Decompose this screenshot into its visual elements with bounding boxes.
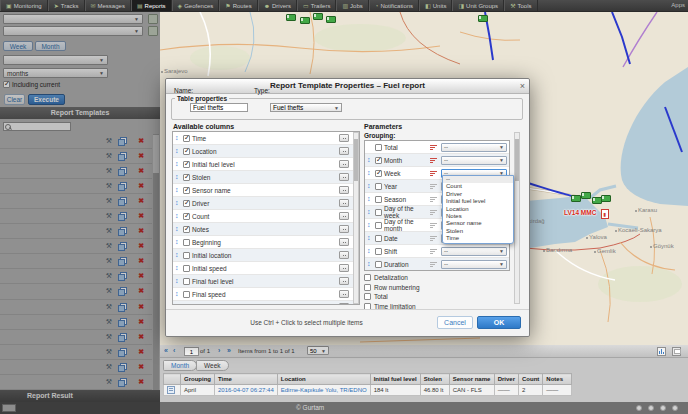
- available-column-row[interactable]: ↕ Initial location: [173, 249, 359, 262]
- dropdown-option[interactable]: Count: [443, 183, 513, 190]
- dropdown-option[interactable]: Driver: [443, 191, 513, 198]
- column-checkbox[interactable]: [183, 200, 190, 207]
- grouping-checkbox[interactable]: [375, 157, 382, 164]
- prev-page-button[interactable]: ‹: [173, 346, 175, 356]
- move-updown-icon[interactable]: ↕: [175, 212, 181, 220]
- nav-tab[interactable]: ⚑ Routes: [219, 0, 257, 11]
- nav-tab[interactable]: ▥ Jobs: [336, 0, 368, 11]
- interval-tab-month[interactable]: Month: [35, 41, 66, 51]
- interval-tab-week[interactable]: Week: [3, 41, 33, 51]
- wrench-icon[interactable]: ⚒: [106, 197, 112, 205]
- copy-icon[interactable]: [118, 333, 127, 342]
- copy-icon[interactable]: [118, 227, 127, 236]
- delete-icon[interactable]: ✖: [138, 212, 144, 220]
- grouping-checkbox[interactable]: [375, 183, 382, 190]
- move-updown-icon[interactable]: ↕: [175, 147, 181, 155]
- move-updown-icon[interactable]: ↕: [367, 260, 373, 268]
- template-select[interactable]: ▼: [3, 14, 143, 24]
- result-column-header[interactable]: Notes: [543, 374, 572, 385]
- move-updown-icon[interactable]: ↕: [367, 195, 373, 203]
- copy-icon[interactable]: [118, 287, 127, 296]
- delete-icon[interactable]: ✖: [138, 318, 144, 326]
- footer-icon-1[interactable]: [636, 405, 642, 411]
- column-checkbox[interactable]: [183, 161, 190, 168]
- move-updown-icon[interactable]: ↕: [367, 221, 373, 229]
- available-column-row[interactable]: ↕ Initial speed: [173, 262, 359, 275]
- chart-icon[interactable]: [657, 347, 666, 356]
- template-row[interactable]: ⚒ ✖: [0, 269, 152, 284]
- move-updown-icon[interactable]: ↕: [367, 208, 373, 216]
- truck-marker-icon[interactable]: [581, 192, 591, 199]
- column-checkbox[interactable]: [183, 148, 190, 155]
- grouping-row[interactable]: ↕ Month --▼: [365, 154, 509, 167]
- available-column-row[interactable]: ↕ Time: [173, 132, 359, 145]
- delete-icon[interactable]: ✖: [138, 257, 144, 265]
- dropdown-option[interactable]: --: [443, 176, 513, 183]
- range-select-2[interactable]: months▼: [3, 68, 108, 78]
- export-icon[interactable]: [672, 347, 681, 356]
- delete-icon[interactable]: ✖: [138, 197, 144, 205]
- copy-icon[interactable]: [118, 137, 127, 146]
- sort-icon[interactable]: [430, 184, 438, 189]
- template-row[interactable]: ⚒ ✖: [0, 194, 152, 209]
- result-column-header[interactable]: Grouping: [181, 374, 215, 385]
- move-updown-icon[interactable]: ↕: [175, 186, 181, 194]
- delete-icon[interactable]: ✖: [138, 182, 144, 190]
- move-updown-icon[interactable]: ↕: [175, 160, 181, 168]
- expand-row-icon[interactable]: [167, 386, 175, 394]
- move-updown-icon[interactable]: ↕: [175, 251, 181, 259]
- truck-marker-icon[interactable]: [326, 16, 336, 23]
- delete-icon[interactable]: ✖: [138, 333, 144, 341]
- grouping-row[interactable]: ↕ Shift --▼: [365, 245, 509, 258]
- sort-icon[interactable]: [430, 197, 438, 202]
- move-updown-icon[interactable]: ↕: [367, 156, 373, 164]
- copy-icon[interactable]: [118, 212, 127, 221]
- column-checkbox[interactable]: [183, 239, 190, 246]
- move-updown-icon[interactable]: ↕: [175, 134, 181, 142]
- parameters-scrollbar[interactable]: [514, 132, 520, 304]
- column-format-button[interactable]: [339, 147, 349, 155]
- parameter-checkbox[interactable]: [364, 284, 371, 291]
- nav-tab[interactable]: ◈ Geofences: [172, 0, 220, 11]
- sort-icon[interactable]: [430, 262, 438, 267]
- copy-icon[interactable]: [118, 363, 127, 372]
- dropdown-option[interactable]: Location: [443, 206, 513, 213]
- delete-icon[interactable]: ✖: [138, 152, 144, 160]
- sort-icon[interactable]: [430, 210, 438, 215]
- nav-tab[interactable]: ▣ Monitoring: [0, 0, 48, 11]
- copy-icon[interactable]: [118, 242, 127, 251]
- ok-button[interactable]: OK: [477, 316, 521, 329]
- sort-icon[interactable]: [430, 145, 438, 150]
- template-row[interactable]: ⚒ ✖: [0, 284, 152, 299]
- column-format-button[interactable]: [339, 186, 349, 194]
- grouping-row[interactable]: ↕ Total --▼: [365, 141, 509, 154]
- delete-icon[interactable]: ✖: [138, 363, 144, 371]
- column-checkbox[interactable]: [183, 252, 190, 259]
- wrench-icon[interactable]: ⚒: [106, 378, 112, 386]
- range-select-1[interactable]: ▼: [3, 55, 108, 65]
- column-format-button[interactable]: [339, 264, 349, 272]
- truck-marker-icon[interactable]: [313, 13, 323, 20]
- unit-add-icon[interactable]: [148, 26, 158, 36]
- wrench-icon[interactable]: ⚒: [106, 212, 112, 220]
- delete-icon[interactable]: ✖: [138, 303, 144, 311]
- move-updown-icon[interactable]: ↕: [175, 290, 181, 298]
- wrench-icon[interactable]: ⚒: [106, 363, 112, 371]
- move-updown-icon[interactable]: ↕: [175, 238, 181, 246]
- grouping-nested-select[interactable]: --▼: [441, 260, 507, 269]
- move-updown-icon[interactable]: ↕: [367, 234, 373, 242]
- wrench-icon[interactable]: ⚒: [106, 303, 112, 311]
- move-updown-icon[interactable]: ↕: [175, 199, 181, 207]
- delete-icon[interactable]: ✖: [138, 137, 144, 145]
- column-format-button[interactable]: [339, 199, 349, 207]
- available-column-row[interactable]: ↕ Final location: [173, 301, 359, 305]
- available-column-row[interactable]: ↕ Sensor name: [173, 184, 359, 197]
- column-format-button[interactable]: [339, 251, 349, 259]
- parameter-checkbox[interactable]: [364, 293, 371, 300]
- column-checkbox[interactable]: [183, 304, 190, 306]
- template-row[interactable]: ⚒ ✖: [0, 345, 152, 360]
- wrench-icon[interactable]: ⚒: [106, 182, 112, 190]
- close-icon[interactable]: ×: [520, 80, 525, 92]
- template-row[interactable]: ⚒ ✖: [0, 360, 152, 375]
- nav-tab[interactable]: ☻ Drivers: [258, 0, 297, 11]
